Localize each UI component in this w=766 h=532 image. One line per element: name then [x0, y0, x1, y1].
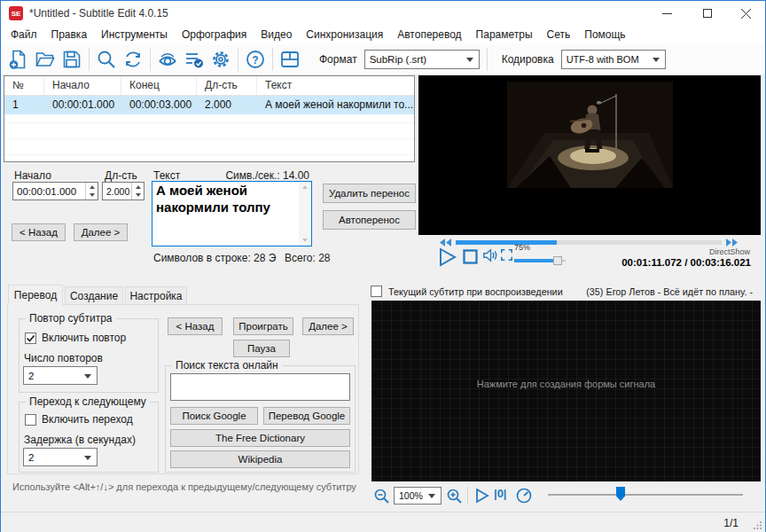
- seek-back-icon[interactable]: [440, 239, 452, 246]
- toolbar-separator: [487, 48, 488, 71]
- menu-tools[interactable]: Инструменты: [94, 26, 175, 44]
- auto-break-button[interactable]: Автоперенос: [323, 210, 416, 230]
- toolbar-separator: [89, 48, 90, 71]
- col-duration[interactable]: Дл-сть: [197, 76, 257, 95]
- track-label: (35) Егор Летов - Всё идёт по плану. -: [586, 286, 753, 297]
- settings-button[interactable]: [207, 46, 234, 73]
- spell-check-button[interactable]: [181, 46, 207, 73]
- volume-icon[interactable]: [483, 248, 498, 262]
- delay-select[interactable]: 2: [23, 448, 98, 466]
- waveform-position-slider[interactable]: [548, 494, 743, 496]
- free-dictionary-button[interactable]: The Free Dictionary: [170, 429, 350, 447]
- line-length-status: Символов в строке: 28 Э: [153, 252, 276, 264]
- resize-grip: [754, 520, 762, 529]
- video-seekbar[interactable]: [456, 240, 722, 245]
- tab-translate[interactable]: Перевод: [8, 285, 63, 305]
- title-bar: SE *Untitled - Subtitle Edit 4.0.15: [1, 1, 765, 26]
- col-number[interactable]: №: [4, 76, 44, 95]
- volume-slider[interactable]: [514, 256, 566, 265]
- duration-spinner[interactable]: 2.000 ▲▼: [102, 182, 145, 200]
- text-label: Текст: [153, 169, 180, 182]
- menu-network[interactable]: Сеть: [540, 26, 578, 44]
- new-file-button[interactable]: [5, 46, 32, 73]
- waveform-zoom-select[interactable]: 100%: [394, 487, 442, 505]
- zoom-in-icon[interactable]: [446, 488, 463, 505]
- online-search-input[interactable]: [170, 373, 350, 401]
- col-end[interactable]: Конец: [121, 76, 197, 95]
- chars-per-second: Симв./сек.: 14.00: [178, 169, 309, 182]
- video-controls: 75% DirectShow 00:01:11.072 / 00:03:16.0…: [418, 235, 761, 274]
- zoom-out-icon[interactable]: [373, 488, 390, 505]
- textarea-scrollbar[interactable]: [299, 182, 311, 246]
- playback-speed-icon[interactable]: [515, 487, 533, 505]
- subtitle-row[interactable]: 1 00:00:01.000 00:00:03.000 2.000 А моей…: [4, 96, 414, 114]
- save-button[interactable]: [59, 46, 85, 73]
- menu-autotranslate[interactable]: Автоперевод: [390, 26, 468, 44]
- fullscreen-icon[interactable]: [501, 249, 512, 261]
- menu-options[interactable]: Параметры: [469, 26, 540, 44]
- help-button[interactable]: ?: [242, 46, 269, 73]
- subtitle-text-area[interactable]: А моей женой накормили толпу: [152, 181, 312, 246]
- toolbar-separator: [150, 48, 151, 71]
- advance-checkbox[interactable]: [25, 414, 36, 426]
- close-button[interactable]: [726, 1, 766, 26]
- replace-button[interactable]: [120, 46, 146, 73]
- maximize-button[interactable]: [687, 1, 727, 26]
- col-start[interactable]: Начало: [44, 76, 121, 95]
- show-current-subtitle-label: Текущий субтитр при воспроизведении: [388, 286, 563, 297]
- separator: [467, 487, 468, 505]
- format-select[interactable]: SubRip (.srt): [364, 50, 480, 69]
- panel-play-button[interactable]: Проиграть: [233, 317, 293, 335]
- slider-thumb[interactable]: [616, 487, 625, 501]
- minimize-button[interactable]: [647, 1, 687, 26]
- encoding-label: Кодировка: [495, 51, 561, 69]
- remove-line-break-button[interactable]: Удалить перенос: [323, 184, 416, 203]
- panel-next-button[interactable]: Далее >: [302, 317, 354, 335]
- find-button[interactable]: [93, 46, 120, 73]
- panel-back-button[interactable]: < Назад: [168, 317, 223, 335]
- encoding-select[interactable]: UTF-8 with BOM: [561, 50, 666, 69]
- menu-spellcheck[interactable]: Орфография: [175, 26, 254, 44]
- seek-forward-icon[interactable]: [726, 239, 739, 246]
- reset-zoom-icon[interactable]: |0|: [494, 487, 507, 500]
- layout-button[interactable]: [277, 46, 303, 73]
- menu-bar: Файл Правка Инструменты Орфография Видео…: [1, 26, 765, 44]
- svg-text:?: ?: [252, 54, 258, 66]
- menu-video[interactable]: Видео: [254, 26, 299, 44]
- menu-help[interactable]: Помощь: [577, 26, 632, 44]
- play-button[interactable]: [436, 246, 457, 268]
- wikipedia-button[interactable]: Wikipedia: [170, 450, 350, 468]
- app-window: SE *Untitled - Subtitle Edit 4.0.15 Файл…: [0, 0, 766, 532]
- waveform-area[interactable]: Нажмите для создания формы сигнала: [371, 301, 761, 481]
- menu-file[interactable]: Файл: [4, 26, 44, 44]
- tab-create[interactable]: Создание: [65, 286, 123, 305]
- duration-label: Дл-сть: [105, 169, 137, 182]
- total-status: Всего: 28: [285, 252, 330, 264]
- tab-adjust[interactable]: Настройка: [125, 286, 187, 305]
- google-translate-button[interactable]: Перевод Google: [263, 407, 350, 425]
- show-current-subtitle-checkbox[interactable]: [371, 286, 382, 297]
- editor-back-button[interactable]: < Назад: [12, 223, 66, 241]
- repeat-checkbox[interactable]: [25, 332, 36, 344]
- advance-checkbox-label: Включить переход: [42, 413, 133, 426]
- open-file-button[interactable]: [32, 46, 59, 73]
- toolbar-separator: [238, 48, 238, 71]
- list-header: № Начало Конец Дл-сть Текст: [4, 76, 414, 96]
- menu-sync[interactable]: Синхронизация: [299, 26, 390, 44]
- repeat-count-label: Число повторов: [24, 352, 103, 364]
- editor-next-button[interactable]: Далее >: [74, 223, 128, 241]
- start-time-spinner[interactable]: 00:00:01.000 ▲▼: [12, 182, 98, 200]
- video-screen[interactable]: [418, 75, 761, 235]
- repeat-count-select[interactable]: 2: [23, 366, 98, 385]
- renderer-label: DirectShow: [709, 247, 750, 256]
- waveform-play-icon[interactable]: [473, 488, 489, 504]
- menu-edit[interactable]: Правка: [44, 26, 95, 44]
- visual-sync-button[interactable]: [154, 46, 181, 73]
- video-time-display: 00:01:11.072 / 00:03:16.021: [621, 257, 751, 268]
- google-search-button[interactable]: Поиск Google: [170, 407, 258, 425]
- window-title: *Untitled - Subtitle Edit 4.0.15: [29, 7, 168, 20]
- navigation-hint: Используйте <Alt+↑/↓> для перехода к пре…: [10, 481, 359, 492]
- col-text[interactable]: Текст: [257, 76, 414, 95]
- stop-button[interactable]: [463, 249, 478, 264]
- pause-button[interactable]: Пауза: [233, 340, 290, 357]
